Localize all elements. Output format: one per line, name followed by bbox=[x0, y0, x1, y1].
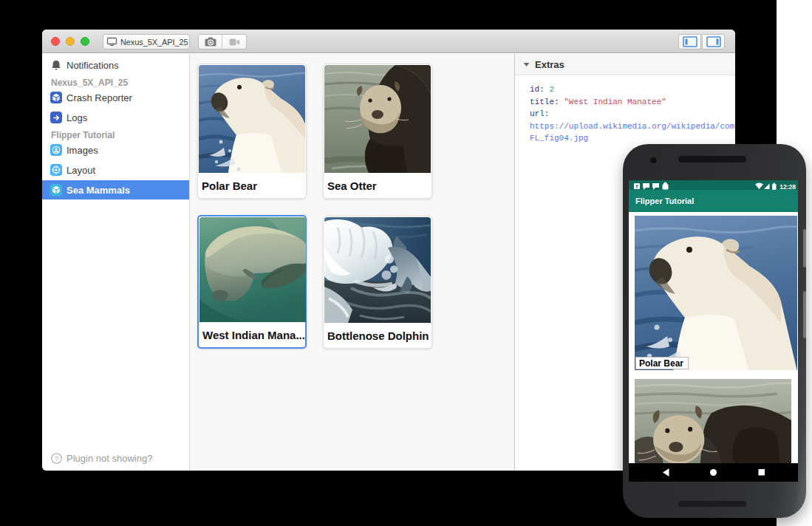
svg-text:12:28: 12:28 bbox=[779, 183, 796, 191]
svg-text:?: ? bbox=[55, 454, 58, 462]
